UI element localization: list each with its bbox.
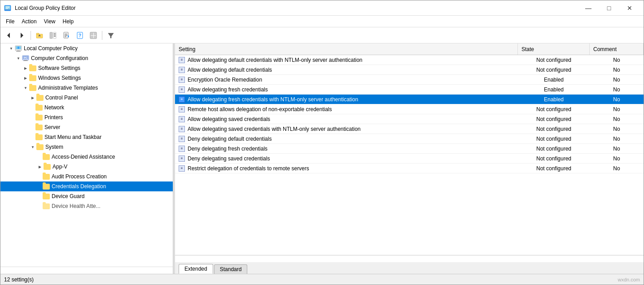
setting-icon: ≡ <box>179 165 185 172</box>
tree-item-printers[interactable]: Printers <box>0 112 173 122</box>
setting-cell: ≡ Deny delegating saved credentials <box>175 155 518 163</box>
svg-rect-12 <box>53 32 56 39</box>
maximize-button[interactable]: □ <box>599 2 619 14</box>
state-cell: Not configured <box>518 115 590 123</box>
list-row[interactable]: ≡ Allow delegating default credentials w… <box>175 55 644 65</box>
tree-item-device-health[interactable]: Device Health Atte... <box>0 201 173 211</box>
list-row[interactable]: ≡ Encryption Oracle Remediation Enabled … <box>175 75 644 85</box>
minimize-button[interactable]: — <box>578 2 599 14</box>
help-button[interactable]: ? <box>74 30 86 41</box>
setting-cell: ≡ Allow delegating default credentials <box>175 66 518 74</box>
tree-item-access-denied[interactable]: Access-Denied Assistance <box>0 152 173 162</box>
list-panel: Setting State Comment ≡ Allow delegating… <box>175 43 644 274</box>
tree-label-administrative-templates: Administrative Templates <box>38 85 98 91</box>
window-controls: — □ ✕ <box>578 2 640 14</box>
header-comment[interactable]: Comment <box>590 43 644 55</box>
filter-button[interactable] <box>105 30 117 41</box>
tree-item-administrative-templates[interactable]: Administrative Templates <box>0 83 173 93</box>
tree-scroll[interactable]: Local Computer Policy PC <box>0 43 173 267</box>
tree-panel: Local Computer Policy PC <box>0 43 173 274</box>
tree-item-device-guard[interactable]: Device Guard <box>0 191 173 201</box>
close-button[interactable]: ✕ <box>619 2 640 14</box>
tree-item-software-settings[interactable]: Software Settings <box>0 63 173 73</box>
forward-button[interactable] <box>16 30 28 41</box>
list-row[interactable]: ≡ Allow delegating saved credentials Not… <box>175 114 644 124</box>
tree-label-app-v: App-V <box>53 164 67 170</box>
svg-rect-11 <box>50 32 53 39</box>
tree-label-start-menu: Start Menu and Taskbar <box>44 134 101 140</box>
svg-text:PC: PC <box>24 56 28 59</box>
expand-app-v[interactable] <box>36 165 44 169</box>
menu-file[interactable]: File <box>2 17 18 26</box>
setting-icon: ≡ <box>179 106 185 112</box>
tree-item-server[interactable]: Server <box>0 122 173 132</box>
show-hide-button[interactable] <box>47 30 59 41</box>
tree-label-device-guard: Device Guard <box>52 193 84 199</box>
tree-item-local-computer-policy[interactable]: Local Computer Policy <box>0 43 173 53</box>
expand-system[interactable] <box>29 145 36 149</box>
toolbar-separator-1 <box>31 31 31 40</box>
setting-icon: ≡ <box>179 116 185 122</box>
comment-cell: No <box>590 105 644 113</box>
export-button[interactable] <box>60 30 73 41</box>
state-cell-selected: Enabled <box>518 95 590 104</box>
tab-standard[interactable]: Standard <box>214 264 248 274</box>
expand-local-computer-policy[interactable] <box>8 47 15 51</box>
tree-item-control-panel[interactable]: Control Panel <box>0 93 173 103</box>
up-folder-button[interactable] <box>33 30 46 41</box>
setting-cell: ≡ Deny delegating fresh credentials <box>175 145 518 153</box>
expand-control-panel[interactable] <box>29 96 36 100</box>
back-button[interactable] <box>2 30 15 41</box>
menu-view[interactable]: View <box>40 17 59 26</box>
list-row[interactable]: ≡ Remote host allows delegation of non-e… <box>175 104 644 114</box>
tree-item-credentials-delegation[interactable]: Credentials Delegation <box>0 181 173 191</box>
tree-item-start-menu[interactable]: Start Menu and Taskbar <box>0 132 173 142</box>
svg-rect-26 <box>91 36 93 38</box>
list-row[interactable]: ≡ Deny delegating saved credentials Not … <box>175 154 644 164</box>
tree-item-windows-settings[interactable]: Windows Settings <box>0 73 173 83</box>
list-row[interactable]: ≡ Restrict delegation of credentials to … <box>175 164 644 173</box>
expand-windows-settings[interactable] <box>22 76 29 80</box>
state-cell: Enabled <box>518 76 590 84</box>
list-row[interactable]: ≡ Allow delegating saved credentials wit… <box>175 124 644 134</box>
network-icon <box>35 104 43 111</box>
tree-label-computer-configuration: Computer Configuration <box>31 55 88 61</box>
menu-action[interactable]: Action <box>18 17 40 26</box>
expand-software-settings[interactable] <box>22 66 29 70</box>
state-cell: Not configured <box>518 135 590 143</box>
setting-icon: ≡ <box>179 67 185 73</box>
comment-cell: No <box>590 155 644 163</box>
svg-marker-6 <box>7 33 10 38</box>
tree-label-local-computer-policy: Local Computer Policy <box>24 45 78 52</box>
expand-administrative-templates[interactable] <box>22 86 29 90</box>
list-row-selected[interactable]: ≡ Allow delegating fresh credentials wit… <box>175 95 644 104</box>
tree-item-network[interactable]: Network <box>0 103 173 112</box>
setting-icon: ≡ <box>179 146 185 152</box>
list-row[interactable]: ≡ Allow delegating default credentials N… <box>175 65 644 75</box>
comment-cell: No <box>590 135 644 143</box>
svg-rect-25 <box>94 33 96 35</box>
list-row[interactable]: ≡ Deny delegating fresh credentials Not … <box>175 144 644 154</box>
list-row[interactable]: ≡ Allow delegating fresh credentials Ena… <box>175 85 644 95</box>
tree-item-app-v[interactable]: App-V <box>0 162 173 172</box>
computer-configuration-icon: PC <box>22 55 29 62</box>
list-scroll[interactable]: ≡ Allow delegating default credentials w… <box>175 55 644 255</box>
menu-help[interactable]: Help <box>59 17 78 26</box>
toolbar-separator-2 <box>102 31 102 40</box>
list-row[interactable]: ≡ Deny delegating default credentials No… <box>175 134 644 144</box>
toolbar: ? <box>0 27 644 43</box>
tree-item-computer-configuration[interactable]: PC Computer Configuration <box>0 53 173 63</box>
tree-h-scrollbar[interactable] <box>0 267 173 274</box>
tree-label-audit-process: Audit Process Creation <box>52 173 107 180</box>
tree-item-system[interactable]: System <box>0 142 173 152</box>
setting-icon: ≡ <box>179 57 185 63</box>
expand-computer-configuration[interactable] <box>15 56 22 60</box>
list-h-scrollbar[interactable] <box>175 255 644 262</box>
header-state[interactable]: State <box>518 43 590 55</box>
header-setting[interactable]: Setting <box>175 43 518 55</box>
app-icon <box>4 4 11 12</box>
view-change-button[interactable] <box>87 30 100 41</box>
tree-item-audit-process[interactable]: Audit Process Creation <box>0 172 173 181</box>
state-cell: Not configured <box>518 164 590 173</box>
tab-extended[interactable]: Extended <box>179 264 213 274</box>
